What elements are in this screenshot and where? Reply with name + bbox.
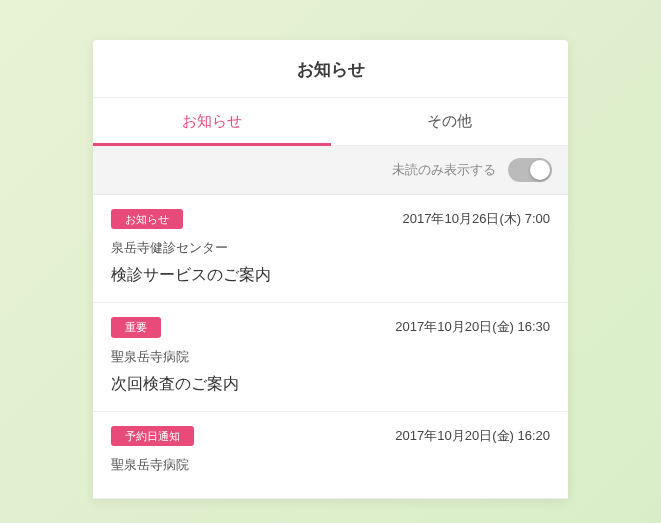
item-top-row: 予約日通知 2017年10月20日(金) 16:20 [111, 426, 550, 446]
notification-list: お知らせ 2017年10月26日(木) 7:00 泉岳寺健診センター 検診サービ… [93, 195, 568, 499]
list-item[interactable]: 重要 2017年10月20日(金) 16:30 聖泉岳寺病院 次回検査のご案内 [93, 303, 568, 411]
item-top-row: 重要 2017年10月20日(金) 16:30 [111, 317, 550, 337]
tab-label: その他 [427, 112, 472, 129]
timestamp: 2017年10月26日(木) 7:00 [403, 210, 550, 228]
list-item[interactable]: 予約日通知 2017年10月20日(金) 16:20 聖泉岳寺病院 [93, 412, 568, 499]
category-badge: 予約日通知 [111, 426, 194, 446]
sender: 泉岳寺健診センター [111, 239, 550, 257]
item-top-row: お知らせ 2017年10月26日(木) 7:00 [111, 209, 550, 229]
filter-bar: 未読のみ表示する [93, 146, 568, 195]
header: お知らせ [93, 40, 568, 97]
category-badge: 重要 [111, 317, 161, 337]
subject: 次回検査のご案内 [111, 374, 550, 395]
toggle-knob [530, 160, 550, 180]
sender: 聖泉岳寺病院 [111, 456, 550, 474]
list-item[interactable]: お知らせ 2017年10月26日(木) 7:00 泉岳寺健診センター 検診サービ… [93, 195, 568, 303]
timestamp: 2017年10月20日(金) 16:20 [395, 427, 550, 445]
sender: 聖泉岳寺病院 [111, 348, 550, 366]
page-title: お知らせ [93, 58, 568, 81]
tab-label: お知らせ [182, 112, 242, 129]
timestamp: 2017年10月20日(金) 16:30 [395, 318, 550, 336]
category-badge: お知らせ [111, 209, 183, 229]
subject: 検診サービスのご案内 [111, 265, 550, 286]
unread-only-toggle[interactable] [508, 158, 552, 182]
filter-label: 未読のみ表示する [392, 161, 496, 179]
notifications-card: お知らせ お知らせ その他 未読のみ表示する お知らせ 2017年10月26日(… [93, 40, 568, 499]
tab-other[interactable]: その他 [331, 98, 569, 145]
tab-notifications[interactable]: お知らせ [93, 98, 331, 145]
tabs: お知らせ その他 [93, 97, 568, 146]
